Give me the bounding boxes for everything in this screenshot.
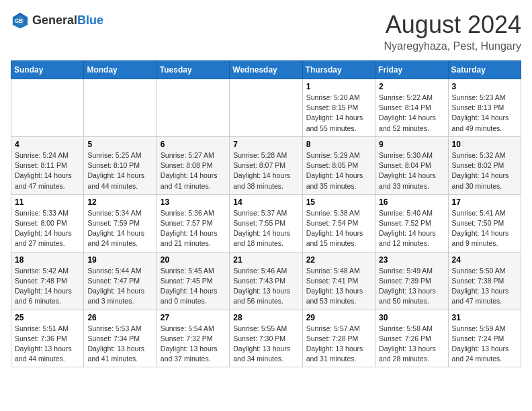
day-info: Sunrise: 5:50 AM Sunset: 7:38 PM Dayligh…: [452, 266, 517, 307]
calendar-cell: 4Sunrise: 5:24 AM Sunset: 8:11 PM Daylig…: [11, 136, 84, 194]
calendar-cell: 2Sunrise: 5:22 AM Sunset: 8:14 PM Daylig…: [375, 79, 448, 137]
calendar-cell: 31Sunrise: 5:59 AM Sunset: 7:24 PM Dayli…: [448, 310, 521, 367]
month-title: August 2024: [384, 11, 521, 39]
calendar-cell: 7Sunrise: 5:28 AM Sunset: 8:07 PM Daylig…: [230, 136, 302, 194]
calendar-cell: 3Sunrise: 5:23 AM Sunset: 8:13 PM Daylig…: [448, 79, 521, 137]
calendar-cell: 15Sunrise: 5:38 AM Sunset: 7:54 PM Dayli…: [302, 194, 375, 252]
calendar-cell: 14Sunrise: 5:37 AM Sunset: 7:55 PM Dayli…: [230, 194, 302, 252]
day-number: 11: [15, 197, 80, 207]
day-number: 27: [161, 313, 226, 322]
calendar-cell: 28Sunrise: 5:55 AM Sunset: 7:30 PM Dayli…: [230, 310, 302, 367]
calendar-cell: 1Sunrise: 5:20 AM Sunset: 8:15 PM Daylig…: [302, 79, 375, 137]
calendar-cell: [230, 79, 302, 137]
day-number: 6: [161, 140, 226, 149]
calendar-cell: 8Sunrise: 5:29 AM Sunset: 8:05 PM Daylig…: [302, 136, 375, 194]
calendar-cell: 30Sunrise: 5:58 AM Sunset: 7:26 PM Dayli…: [375, 310, 448, 367]
calendar-cell: [11, 79, 84, 137]
day-header-sunday: Sunday: [11, 61, 84, 79]
day-info: Sunrise: 5:24 AM Sunset: 8:11 PM Dayligh…: [15, 150, 80, 191]
day-info: Sunrise: 5:58 AM Sunset: 7:26 PM Dayligh…: [379, 324, 444, 365]
day-number: 25: [15, 313, 80, 322]
day-info: Sunrise: 5:54 AM Sunset: 7:32 PM Dayligh…: [161, 324, 226, 365]
logo: GB GeneralBlue: [11, 11, 103, 30]
day-info: Sunrise: 5:22 AM Sunset: 8:14 PM Dayligh…: [379, 93, 444, 134]
day-number: 1: [306, 82, 371, 91]
day-number: 26: [87, 313, 152, 322]
day-info: Sunrise: 5:49 AM Sunset: 7:39 PM Dayligh…: [379, 266, 444, 307]
day-info: Sunrise: 5:53 AM Sunset: 7:34 PM Dayligh…: [87, 324, 152, 365]
day-number: 17: [452, 197, 517, 207]
day-number: 29: [306, 313, 371, 322]
day-number: 30: [379, 313, 444, 322]
day-number: 15: [306, 197, 371, 207]
day-number: 4: [15, 140, 80, 149]
day-info: Sunrise: 5:42 AM Sunset: 7:48 PM Dayligh…: [15, 266, 80, 307]
day-number: 16: [379, 197, 444, 207]
day-number: 31: [452, 313, 517, 322]
day-info: Sunrise: 5:30 AM Sunset: 8:04 PM Dayligh…: [379, 150, 444, 191]
calendar-week-5: 25Sunrise: 5:51 AM Sunset: 7:36 PM Dayli…: [11, 310, 521, 367]
day-info: Sunrise: 5:45 AM Sunset: 7:45 PM Dayligh…: [161, 266, 226, 307]
day-number: 14: [233, 197, 298, 207]
calendar-body: 1Sunrise: 5:20 AM Sunset: 8:15 PM Daylig…: [11, 79, 521, 367]
day-info: Sunrise: 5:59 AM Sunset: 7:24 PM Dayligh…: [452, 324, 517, 365]
day-number: 19: [87, 255, 152, 265]
day-header-friday: Friday: [375, 61, 448, 79]
day-info: Sunrise: 5:32 AM Sunset: 8:02 PM Dayligh…: [452, 150, 517, 191]
calendar-cell: 25Sunrise: 5:51 AM Sunset: 7:36 PM Dayli…: [11, 310, 84, 367]
day-info: Sunrise: 5:40 AM Sunset: 7:52 PM Dayligh…: [379, 208, 444, 249]
day-number: 8: [306, 140, 371, 149]
logo-text: GeneralBlue: [32, 13, 103, 28]
day-info: Sunrise: 5:20 AM Sunset: 8:15 PM Dayligh…: [306, 93, 371, 134]
logo-icon: GB: [11, 11, 30, 30]
svg-text:GB: GB: [15, 17, 24, 24]
calendar-cell: 19Sunrise: 5:44 AM Sunset: 7:47 PM Dayli…: [84, 252, 157, 310]
calendar-cell: 29Sunrise: 5:57 AM Sunset: 7:28 PM Dayli…: [302, 310, 375, 367]
day-info: Sunrise: 5:37 AM Sunset: 7:55 PM Dayligh…: [233, 208, 298, 249]
calendar-week-2: 4Sunrise: 5:24 AM Sunset: 8:11 PM Daylig…: [11, 136, 521, 194]
day-number: 13: [161, 197, 226, 207]
day-number: 7: [233, 140, 298, 149]
title-block: August 2024 Nyaregyhaza, Pest, Hungary: [384, 11, 521, 52]
day-header-monday: Monday: [84, 61, 157, 79]
calendar-cell: 13Sunrise: 5:36 AM Sunset: 7:57 PM Dayli…: [157, 194, 229, 252]
logo-blue: Blue: [77, 13, 103, 27]
day-number: 9: [379, 140, 444, 149]
day-info: Sunrise: 5:57 AM Sunset: 7:28 PM Dayligh…: [306, 324, 371, 365]
day-number: 2: [379, 82, 444, 91]
calendar-cell: 18Sunrise: 5:42 AM Sunset: 7:48 PM Dayli…: [11, 252, 84, 310]
day-info: Sunrise: 5:36 AM Sunset: 7:57 PM Dayligh…: [161, 208, 226, 249]
calendar-cell: 17Sunrise: 5:41 AM Sunset: 7:50 PM Dayli…: [448, 194, 521, 252]
day-info: Sunrise: 5:46 AM Sunset: 7:43 PM Dayligh…: [233, 266, 298, 307]
calendar-cell: 10Sunrise: 5:32 AM Sunset: 8:02 PM Dayli…: [448, 136, 521, 194]
calendar-week-3: 11Sunrise: 5:33 AM Sunset: 8:00 PM Dayli…: [11, 194, 521, 252]
calendar-cell: 12Sunrise: 5:34 AM Sunset: 7:59 PM Dayli…: [84, 194, 157, 252]
calendar-cell: 11Sunrise: 5:33 AM Sunset: 8:00 PM Dayli…: [11, 194, 84, 252]
day-header-thursday: Thursday: [302, 61, 375, 79]
calendar-table: SundayMondayTuesdayWednesdayThursdayFrid…: [11, 60, 521, 367]
day-info: Sunrise: 5:33 AM Sunset: 8:00 PM Dayligh…: [15, 208, 80, 249]
day-info: Sunrise: 5:29 AM Sunset: 8:05 PM Dayligh…: [306, 150, 371, 191]
day-number: 22: [306, 255, 371, 265]
day-number: 20: [161, 255, 226, 265]
calendar-cell: 27Sunrise: 5:54 AM Sunset: 7:32 PM Dayli…: [157, 310, 229, 367]
calendar-cell: 5Sunrise: 5:25 AM Sunset: 8:10 PM Daylig…: [84, 136, 157, 194]
day-info: Sunrise: 5:41 AM Sunset: 7:50 PM Dayligh…: [452, 208, 517, 249]
day-info: Sunrise: 5:48 AM Sunset: 7:41 PM Dayligh…: [306, 266, 371, 307]
calendar-cell: 16Sunrise: 5:40 AM Sunset: 7:52 PM Dayli…: [375, 194, 448, 252]
calendar-cell: 21Sunrise: 5:46 AM Sunset: 7:43 PM Dayli…: [230, 252, 302, 310]
calendar-header-row: SundayMondayTuesdayWednesdayThursdayFrid…: [11, 61, 521, 79]
day-info: Sunrise: 5:23 AM Sunset: 8:13 PM Dayligh…: [452, 93, 517, 134]
day-info: Sunrise: 5:38 AM Sunset: 7:54 PM Dayligh…: [306, 208, 371, 249]
day-header-wednesday: Wednesday: [230, 61, 302, 79]
day-info: Sunrise: 5:25 AM Sunset: 8:10 PM Dayligh…: [87, 150, 152, 191]
day-number: 12: [87, 197, 152, 207]
page-header: GB GeneralBlue August 2024 Nyaregyhaza, …: [11, 11, 521, 52]
calendar-cell: 23Sunrise: 5:49 AM Sunset: 7:39 PM Dayli…: [375, 252, 448, 310]
day-header-tuesday: Tuesday: [157, 61, 229, 79]
day-number: 21: [233, 255, 298, 265]
calendar-week-4: 18Sunrise: 5:42 AM Sunset: 7:48 PM Dayli…: [11, 252, 521, 310]
day-header-saturday: Saturday: [448, 61, 521, 79]
calendar-cell: 22Sunrise: 5:48 AM Sunset: 7:41 PM Dayli…: [302, 252, 375, 310]
calendar-cell: 26Sunrise: 5:53 AM Sunset: 7:34 PM Dayli…: [84, 310, 157, 367]
